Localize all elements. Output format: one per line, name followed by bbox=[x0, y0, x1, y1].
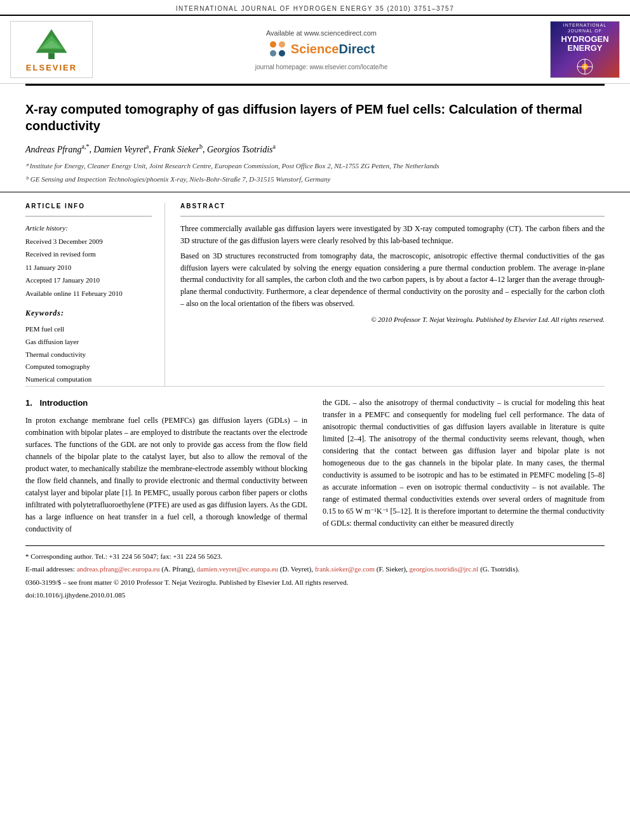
svg-point-6 bbox=[270, 50, 276, 57]
accepted-date: Accepted 17 January 2010 bbox=[25, 275, 152, 286]
available-at-text: Available at www.sciencedirect.com bbox=[105, 29, 537, 37]
email-3-name: (F. Sieker), bbox=[377, 565, 408, 573]
email-3-link[interactable]: frank.sieker@ge.com bbox=[315, 565, 375, 573]
article-history-label: Article history: bbox=[25, 223, 152, 234]
title-separator bbox=[25, 84, 605, 86]
abstract-para-2: Based on 3D structures reconstructed fro… bbox=[180, 250, 605, 309]
email-1-link[interactable]: andreas.pfrang@ec.europa.eu bbox=[77, 565, 160, 573]
article-info-column: ARTICLE INFO Article history: Received 3… bbox=[25, 203, 165, 386]
doi-line: doi:10.1016/j.ijhydene.2010.01.085 bbox=[25, 590, 605, 601]
keywords-list: PEM fuel cell Gas diffusion layer Therma… bbox=[25, 323, 152, 386]
abstract-heading: ABSTRACT bbox=[180, 203, 605, 210]
abstract-text: Three commercially available gas diffusi… bbox=[180, 223, 605, 325]
paper-title: X-ray computed tomography of gas diffusi… bbox=[25, 101, 605, 134]
copyright-notice: © 2010 Professor T. Nejat Veziroglu. Pub… bbox=[180, 314, 605, 325]
corresponding-author: * Corresponding author. Tel.: +31 224 56… bbox=[25, 551, 605, 563]
section1-right-text: the GDL – also the anisotropy of thermal… bbox=[323, 397, 605, 529]
received-date: Received 3 December 2009 bbox=[25, 236, 152, 247]
elsevier-logo: ELSEVIER bbox=[10, 21, 93, 78]
email-4-name: (G. Tsotridis). bbox=[480, 565, 519, 573]
svg-point-5 bbox=[279, 41, 285, 48]
sciencedirect-text: ScienceDirect bbox=[291, 42, 375, 57]
elsevier-label: ELSEVIER bbox=[26, 63, 77, 72]
keyword-4: Computed tomography bbox=[25, 361, 152, 373]
body-right-col: the GDL – also the anisotropy of thermal… bbox=[323, 397, 605, 535]
keyword-1: PEM fuel cell bbox=[25, 323, 152, 336]
email-4-link[interactable]: georgios.tsotridis@jrc.nl bbox=[410, 565, 479, 573]
journal-header: INTERNATIONAL JOURNAL OF HYDROGEN ENERGY… bbox=[0, 0, 630, 15]
authors: Andreas Pfranga,*, Damien Veyreta, Frank… bbox=[25, 142, 605, 157]
keyword-3: Thermal conductivity bbox=[25, 349, 152, 361]
keyword-2: Gas diffusion layer bbox=[25, 336, 152, 349]
center-banner: Available at www.sciencedirect.com Scien… bbox=[93, 29, 550, 70]
footnote-section: * Corresponding author. Tel.: +31 224 56… bbox=[25, 545, 605, 601]
hydrogen-logo-title: International Journal of bbox=[553, 23, 617, 34]
sd-dots-icon bbox=[268, 39, 288, 60]
email-1-name: (A. Pfrang), bbox=[161, 565, 195, 573]
section1-number: 1. bbox=[25, 398, 32, 408]
abstract-column: ABSTRACT Three commercially available ga… bbox=[165, 203, 605, 386]
journal-homepage-text: journal homepage: www.elsevier.com/locat… bbox=[105, 63, 537, 70]
email-label: E-mail addresses: bbox=[25, 565, 75, 573]
section1-title: 1. Introduction bbox=[25, 397, 307, 410]
paper-title-section: X-ray computed tomography of gas diffusi… bbox=[0, 91, 630, 192]
article-info-heading: ARTICLE INFO bbox=[25, 203, 152, 210]
email-2-link[interactable]: damien.veyret@ec.europa.eu bbox=[197, 565, 278, 573]
section1-title-text: Introduction bbox=[39, 398, 88, 408]
hydrogen-logo-main: HYDROGENENERGY bbox=[561, 35, 608, 53]
available-date: Available online 11 February 2010 bbox=[25, 288, 152, 299]
elsevier-tree-icon bbox=[26, 27, 77, 62]
svg-point-4 bbox=[270, 41, 276, 48]
body-left-col: 1. Introduction In proton exchange membr… bbox=[25, 397, 307, 535]
revised-label: Received in revised form bbox=[25, 249, 152, 260]
affiliation-b: ᵇ GE Sensing and Inspection Technologies… bbox=[25, 174, 605, 185]
revised-date: 11 January 2010 bbox=[25, 262, 152, 273]
two-column-body: 1. Introduction In proton exchange membr… bbox=[25, 397, 605, 535]
hydrogen-energy-logo: International Journal of HYDROGENENERGY bbox=[550, 21, 620, 78]
svg-point-7 bbox=[279, 50, 285, 57]
keywords-heading: Keywords: bbox=[25, 309, 152, 318]
abstract-para-1: Three commercially available gas diffusi… bbox=[180, 223, 605, 246]
section1-left-text: In proton exchange membrane fuel cells (… bbox=[25, 415, 307, 535]
keyword-5: Numerical computation bbox=[25, 373, 152, 386]
affiliation-a: ᵃ Institute for Energy, Cleaner Energy U… bbox=[25, 161, 605, 171]
email-2-name: (D. Veyret), bbox=[280, 565, 313, 573]
body-section: 1. Introduction In proton exchange membr… bbox=[0, 387, 630, 545]
article-info-abstract-section: ARTICLE INFO Article history: Received 3… bbox=[25, 192, 605, 387]
issn-line: 0360-3199/$ – see front matter © 2010 Pr… bbox=[25, 577, 605, 589]
sciencedirect-logo: ScienceDirect bbox=[105, 39, 537, 60]
email-line: E-mail addresses: andreas.pfrang@ec.euro… bbox=[25, 564, 605, 575]
svg-rect-0 bbox=[48, 53, 55, 59]
top-banner: ELSEVIER Available at www.sciencedirect.… bbox=[0, 15, 630, 84]
